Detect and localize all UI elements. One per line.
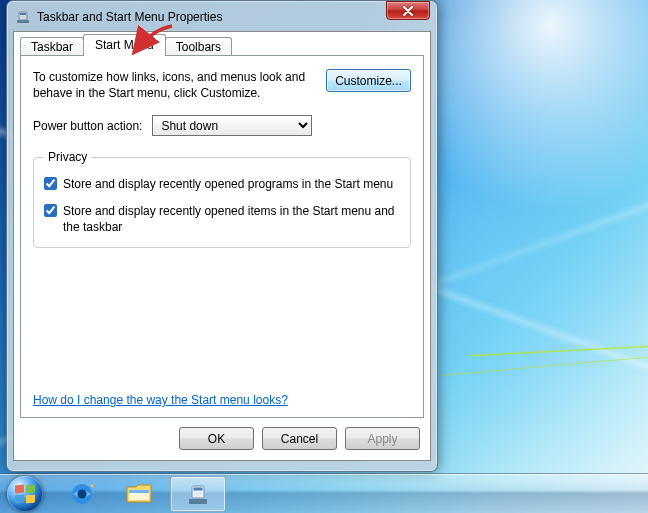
windows-flag-icon <box>15 485 35 503</box>
intro-text: To customize how links, icons, and menus… <box>33 69 314 101</box>
file-explorer-icon <box>125 481 155 507</box>
window-icon <box>15 9 31 25</box>
tab-toolbars[interactable]: Toolbars <box>165 37 232 57</box>
taskbar-item-ie[interactable] <box>54 476 110 512</box>
properties-dialog: Taskbar and Start Menu Properties Taskba… <box>6 0 438 472</box>
privacy-legend: Privacy <box>44 150 91 164</box>
start-button[interactable] <box>4 475 46 513</box>
svg-rect-6 <box>129 490 149 493</box>
privacy-opt-programs-checkbox[interactable] <box>44 177 57 190</box>
privacy-opt-programs-label: Store and display recently opened progra… <box>63 176 400 192</box>
power-button-label: Power button action: <box>33 119 142 133</box>
taskbar-item-explorer[interactable] <box>112 476 168 512</box>
taskbar-properties-icon <box>185 481 211 507</box>
svg-rect-9 <box>194 487 203 490</box>
svg-rect-0 <box>17 20 29 23</box>
internet-explorer-icon <box>68 480 96 508</box>
desktop: Taskbar and Start Menu Properties Taskba… <box>0 0 648 513</box>
power-button-select[interactable]: Shut down <box>152 115 312 136</box>
svg-point-4 <box>78 489 87 498</box>
help-link[interactable]: How do I change the way the Start menu l… <box>33 393 288 407</box>
apply-button[interactable]: Apply <box>345 427 420 450</box>
dialog-client: Taskbar Start Menu Toolbars To customize… <box>13 31 431 461</box>
privacy-opt-items-label: Store and display recently opened items … <box>63 203 400 235</box>
start-orb-icon <box>7 476 43 512</box>
svg-rect-2 <box>20 13 26 15</box>
tab-panel-start-menu: To customize how links, icons, and menus… <box>20 55 424 418</box>
window-title: Taskbar and Start Menu Properties <box>37 10 429 24</box>
customize-button[interactable]: Customize... <box>326 69 411 92</box>
decorative-line <box>440 355 648 376</box>
close-button[interactable] <box>386 1 430 20</box>
titlebar[interactable]: Taskbar and Start Menu Properties <box>13 7 431 31</box>
system-taskbar[interactable] <box>0 473 648 513</box>
svg-rect-7 <box>189 499 207 504</box>
dialog-buttons: OK Cancel Apply <box>179 427 420 450</box>
privacy-opt-items[interactable]: Store and display recently opened items … <box>44 203 400 235</box>
ok-button[interactable]: OK <box>179 427 254 450</box>
privacy-opt-programs[interactable]: Store and display recently opened progra… <box>44 176 400 192</box>
taskbar-item-properties[interactable] <box>170 476 226 512</box>
tab-start-menu[interactable]: Start Menu <box>83 34 166 56</box>
privacy-opt-items-checkbox[interactable] <box>44 204 57 217</box>
privacy-group: Privacy Store and display recently opene… <box>33 150 411 248</box>
tab-taskbar[interactable]: Taskbar <box>20 37 84 57</box>
cancel-button[interactable]: Cancel <box>262 427 337 450</box>
tab-strip: Taskbar Start Menu Toolbars <box>20 34 424 56</box>
decorative-line <box>470 345 648 356</box>
